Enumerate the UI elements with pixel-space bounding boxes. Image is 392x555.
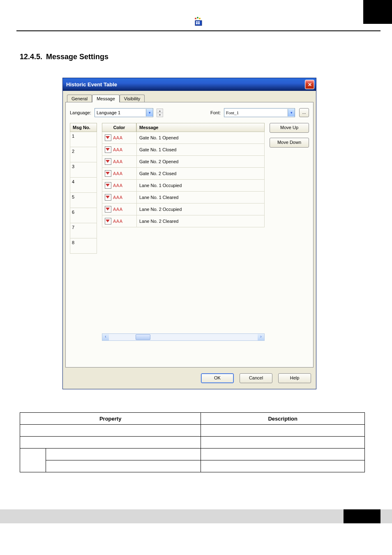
- page-header-strip: [16, 0, 380, 31]
- msgno-cell[interactable]: 4: [70, 178, 97, 193]
- section-number: 12.4.5.: [20, 53, 42, 61]
- font-label: Font:: [210, 110, 221, 115]
- tab-panel-message: Language: Language 1 ▾ ▲ ▼ Font: Font_1 …: [65, 102, 314, 368]
- table-row[interactable]: AAA Gate No. 2 Opened: [102, 156, 265, 168]
- cancel-button[interactable]: Cancel: [240, 373, 272, 383]
- help-button[interactable]: Help: [278, 373, 311, 383]
- language-value: Language 1: [97, 110, 146, 115]
- section-title-text: Message Settings: [46, 53, 108, 61]
- color-cell[interactable]: AAA: [102, 180, 136, 191]
- tab-message[interactable]: Message: [92, 95, 120, 102]
- svg-point-7: [199, 18, 201, 19]
- msgno-cell[interactable]: 5: [70, 193, 97, 208]
- tab-general[interactable]: General: [67, 95, 92, 102]
- svg-point-5: [195, 18, 196, 19]
- message-cell[interactable]: Gate No. 2 Opened: [136, 156, 265, 167]
- table-row[interactable]: AAA Gate No. 1 Closed: [102, 144, 265, 156]
- language-spinner[interactable]: ▲ ▼: [157, 109, 163, 117]
- color-cell[interactable]: AAA: [102, 192, 136, 203]
- message-cell[interactable]: Lane No. 1 Cleared: [136, 192, 265, 203]
- table-row[interactable]: AAA Lane No. 1 Occupied: [102, 180, 265, 192]
- msgno-cell[interactable]: 7: [70, 223, 97, 238]
- scroll-left-icon[interactable]: ‹: [102, 334, 109, 340]
- dialog-title: Historic Event Table: [66, 81, 117, 88]
- table-row[interactable]: AAA Lane No. 1 Cleared: [102, 192, 265, 204]
- msgno-cell[interactable]: 3: [70, 162, 97, 178]
- section-heading: 12.4.5. Message Settings: [20, 53, 392, 61]
- ok-button[interactable]: OK: [201, 373, 234, 383]
- color-sample: AAA: [113, 207, 123, 212]
- pd-cell: [46, 449, 201, 460]
- pd-cell: [201, 460, 365, 472]
- font-browse-button[interactable]: ...: [299, 108, 309, 117]
- language-dropdown[interactable]: Language 1 ▾: [95, 108, 153, 117]
- scroll-track[interactable]: [109, 334, 258, 340]
- pd-cell: [201, 425, 365, 437]
- color-cell[interactable]: AAA: [102, 144, 136, 155]
- color-cell[interactable]: AAA: [102, 156, 136, 167]
- msgno-column: Msg No. 1 2 3 4 5 6 7 8: [70, 123, 97, 341]
- color-cell[interactable]: AAA: [102, 168, 136, 179]
- color-picker-icon: [105, 170, 111, 177]
- pd-cell: [201, 437, 365, 449]
- color-sample: AAA: [113, 183, 123, 188]
- move-up-button[interactable]: Move Up: [270, 123, 309, 133]
- color-cell[interactable]: AAA: [102, 132, 136, 143]
- chevron-down-icon: ▾: [288, 109, 295, 116]
- spinner-up-icon[interactable]: ▲: [157, 109, 163, 113]
- color-cell[interactable]: AAA: [102, 204, 136, 215]
- footer-black-tab: [344, 509, 380, 523]
- table-row[interactable]: AAA Lane No. 2 Occupied: [102, 204, 265, 215]
- chevron-down-icon: ▾: [146, 109, 153, 116]
- message-cell[interactable]: Lane No. 2 Cleared: [136, 215, 265, 227]
- pd-cell: [201, 449, 365, 460]
- language-label: Language:: [70, 110, 91, 115]
- close-icon[interactable]: ✕: [305, 80, 314, 89]
- header-property: Property: [20, 413, 201, 425]
- color-sample: AAA: [113, 219, 123, 224]
- spinner-down-icon[interactable]: ▼: [157, 113, 163, 117]
- message-grid: Color Message AAA Gate No. 1 Opened AAA …: [102, 123, 265, 341]
- message-cell[interactable]: Lane No. 2 Occupied: [136, 204, 265, 215]
- color-cell[interactable]: AAA: [102, 215, 136, 227]
- msgno-cell[interactable]: 2: [70, 147, 97, 162]
- color-picker-icon: [105, 194, 111, 201]
- header-message: Message: [136, 123, 265, 132]
- message-cell[interactable]: Lane No. 1 Occupied: [136, 180, 265, 191]
- message-cell[interactable]: Gate No. 1 Closed: [136, 144, 265, 155]
- svg-rect-3: [196, 23, 198, 24]
- dialog-footer: OK Cancel Help: [65, 368, 314, 386]
- header-description: Description: [201, 413, 365, 425]
- move-down-button[interactable]: Move Down: [270, 138, 309, 148]
- color-sample: AAA: [113, 159, 123, 164]
- header-msgno: Msg No.: [70, 123, 97, 132]
- dialog-titlebar[interactable]: Historic Event Table ✕: [63, 78, 316, 91]
- header-app-icon: [193, 16, 204, 27]
- color-sample: AAA: [113, 195, 123, 200]
- close-glyph: ✕: [308, 82, 312, 88]
- font-dropdown[interactable]: Font_1 ▾: [224, 108, 295, 117]
- color-sample: AAA: [113, 135, 123, 140]
- scroll-thumb[interactable]: [136, 334, 150, 340]
- svg-rect-2: [198, 21, 200, 23]
- svg-rect-1: [196, 21, 198, 23]
- table-row[interactable]: AAA Gate No. 2 Closed: [102, 168, 265, 180]
- message-cell[interactable]: Gate No. 2 Closed: [136, 168, 265, 179]
- scroll-right-icon[interactable]: ›: [258, 334, 264, 340]
- msgno-cell[interactable]: 6: [70, 208, 97, 223]
- message-cell[interactable]: Gate No. 1 Opened: [136, 132, 265, 143]
- color-picker-icon: [105, 134, 111, 141]
- horizontal-scrollbar[interactable]: ‹ ›: [102, 333, 265, 341]
- header-black-tab: [363, 0, 392, 24]
- pd-cell: [46, 460, 201, 472]
- color-picker-icon: [105, 218, 111, 224]
- color-picker-icon: [105, 206, 111, 213]
- pd-cell: [20, 449, 46, 472]
- svg-rect-4: [198, 23, 200, 24]
- msgno-cell[interactable]: 1: [70, 132, 97, 147]
- msgno-cell[interactable]: 8: [70, 238, 97, 254]
- svg-point-6: [197, 17, 198, 18]
- table-row[interactable]: AAA Lane No. 2 Cleared: [102, 215, 265, 227]
- tab-visibility[interactable]: Visibility: [120, 95, 145, 102]
- table-row[interactable]: AAA Gate No. 1 Opened: [102, 132, 265, 144]
